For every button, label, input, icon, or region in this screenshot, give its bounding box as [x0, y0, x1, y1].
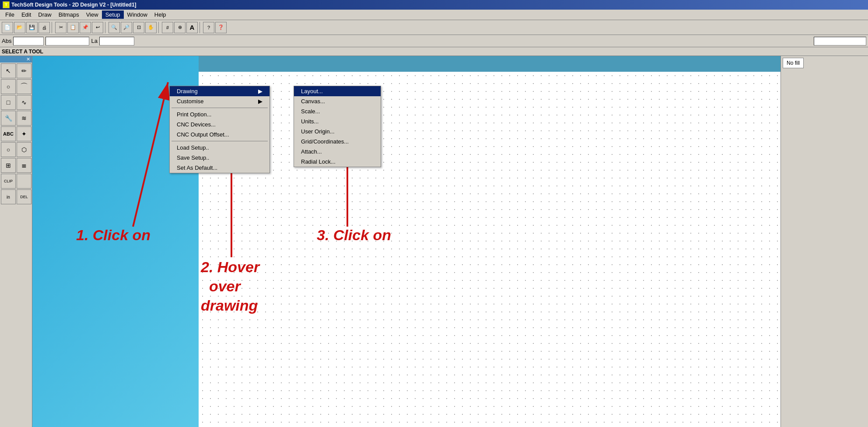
menu-save-label: Save Setup.. [177, 154, 209, 161]
submenu-user-origin[interactable]: User Origin... [294, 126, 381, 136]
submenu-attach-label: Attach... [301, 148, 322, 155]
grid-btn[interactable]: # [162, 22, 173, 33]
left-panel-header[interactable]: ✕ [0, 56, 32, 63]
extra-input[interactable] [814, 37, 866, 46]
paste-btn[interactable]: 📌 [80, 22, 91, 33]
submenu-canvas-label: Canvas... [301, 98, 325, 105]
save-btn[interactable]: 💾 [26, 22, 38, 33]
tool-pen[interactable]: ✏ [17, 63, 32, 78]
tool-rect[interactable]: □ [1, 95, 16, 110]
menu-cnc-output-label: CNC Output Offset... [177, 131, 229, 138]
open-btn[interactable]: 📂 [14, 22, 25, 33]
submenu-canvas[interactable]: Canvas... [294, 96, 381, 106]
menu-load-label: Load Setup.. [177, 144, 209, 151]
menu-cnc-devices[interactable]: CNC Devices... [170, 119, 270, 130]
copy-btn[interactable]: 📋 [67, 22, 79, 33]
tool-grid2[interactable]: ⊞ [1, 158, 16, 173]
layer-input[interactable] [99, 37, 134, 46]
letter-a-btn[interactable]: A [186, 22, 198, 33]
fit-btn[interactable]: ⊡ [133, 22, 144, 33]
sep2 [105, 22, 107, 33]
no-fill-label: No fill [783, 58, 804, 68]
sep-a [172, 108, 268, 108]
menu-customise-label: Customise [177, 98, 203, 105]
help-btn[interactable]: ? [203, 22, 214, 33]
titlebar: T TechSoft Design Tools - 2D Design V2 -… [0, 0, 868, 10]
menu-drawing[interactable]: Drawing ▶ [170, 86, 270, 96]
annotation-step1: 1. Click on [76, 227, 150, 244]
submenu-layout[interactable]: Layout... [294, 86, 381, 96]
tool-hatch[interactable]: ≋ [17, 111, 32, 126]
menu-window[interactable]: Window [124, 10, 151, 19]
tool-del[interactable]: DEL [17, 189, 32, 204]
tool-lines[interactable]: ≣ [17, 158, 32, 173]
layer-label: La [91, 38, 97, 44]
sep-b [172, 141, 268, 141]
submenu-grid-label: Grid/Coordinates... [301, 138, 349, 145]
menu-cnc-label: CNC Devices... [177, 121, 216, 128]
menu-save-setup[interactable]: Save Setup.. [170, 153, 270, 163]
cut-btn[interactable]: ✂ [55, 22, 66, 33]
setup-menu: Drawing ▶ Customise ▶ Print Option... CN… [169, 86, 270, 173]
abs-input[interactable] [13, 37, 44, 46]
menu-default-label: Set As Default... [177, 164, 217, 171]
tool-poly[interactable]: ⬡ [17, 142, 32, 157]
submenu-units-label: Units... [301, 118, 318, 125]
tool-arc[interactable]: ⌒ [17, 79, 32, 94]
menu-load-setup[interactable]: Load Setup.. [170, 143, 270, 153]
submenu-layout-label: Layout... [301, 88, 323, 94]
tool-wrench[interactable]: 🔧 [1, 111, 16, 126]
undo-btn[interactable]: ↩ [92, 22, 103, 33]
menu-print-label: Print Option... [177, 111, 211, 118]
menu-edit[interactable]: Edit [18, 10, 35, 19]
app-icon: T [3, 1, 10, 8]
tool-star[interactable]: ✦ [17, 126, 32, 141]
tool-wave[interactable]: ∿ [17, 95, 32, 110]
menu-file[interactable]: File [2, 10, 18, 19]
tool-text[interactable]: ABC [1, 126, 16, 141]
submenu-units[interactable]: Units... [294, 116, 381, 126]
help2-btn[interactable]: ❓ [215, 22, 227, 33]
zoomout-btn[interactable]: 🔎 [121, 22, 132, 33]
titlebar-text: TechSoft Design Tools - 2D Design V2 - [… [11, 2, 136, 8]
menu-set-default[interactable]: Set As Default... [170, 163, 270, 173]
annotation-step2: 2. Hover overdrawing [201, 257, 259, 315]
submenu-scale[interactable]: Scale... [294, 106, 381, 116]
submenu-grid[interactable]: Grid/Coordinates... [294, 136, 381, 147]
submenu-arrow2: ▶ [258, 98, 262, 105]
zoom-btn[interactable]: 🔍 [108, 22, 120, 33]
tool-clip[interactable]: CLIP [1, 174, 16, 189]
submenu-radial[interactable]: Radial Lock... [294, 157, 381, 167]
submenu-attach[interactable]: Attach... [294, 147, 381, 157]
print-btn[interactable]: 🖨 [38, 22, 50, 33]
menu-cnc-output[interactable]: CNC Output Offset... [170, 130, 270, 140]
submenu-origin-label: User Origin... [301, 128, 335, 135]
menu-view[interactable]: View [83, 10, 102, 19]
tool-select[interactable]: ↖ [1, 63, 16, 78]
pan-btn[interactable]: ✋ [145, 22, 157, 33]
toolbar2: Abs La [0, 35, 868, 47]
sep4 [200, 22, 201, 33]
submenu-arrow: ▶ [258, 88, 262, 94]
tool-ellipse[interactable]: ○ [1, 142, 16, 157]
menu-bitmaps[interactable]: Bitmaps [55, 10, 83, 19]
menubar: File Edit Draw Bitmaps View Setup Window… [0, 10, 868, 20]
snap-btn[interactable]: ⊕ [174, 22, 186, 33]
coord-input[interactable] [46, 37, 89, 46]
main-area: ✕ ↖ ✏ ○ ⌒ □ ∿ 🔧 ≋ ABC ✦ ○ ⬡ ⊞ ≣ CLIP in … [0, 56, 868, 427]
menu-setup[interactable]: Setup [102, 10, 124, 19]
tool-clip2[interactable] [17, 174, 32, 189]
menu-drawing-label: Drawing [177, 88, 198, 94]
abs-label: Abs [2, 38, 11, 44]
menu-draw[interactable]: Draw [35, 10, 55, 19]
sep3 [158, 22, 160, 33]
menu-customise[interactable]: Customise ▶ [170, 96, 270, 106]
submenu-scale-label: Scale... [301, 108, 320, 115]
menu-print-option[interactable]: Print Option... [170, 109, 270, 119]
annotation-step3: 3. Click on [317, 227, 391, 244]
menu-help[interactable]: Help [151, 10, 170, 19]
new-btn[interactable]: 📄 [2, 22, 13, 33]
select-tool-label: SELECT A TOOL [2, 49, 43, 55]
tool-in[interactable]: in [1, 189, 16, 204]
tool-circle[interactable]: ○ [1, 79, 16, 94]
